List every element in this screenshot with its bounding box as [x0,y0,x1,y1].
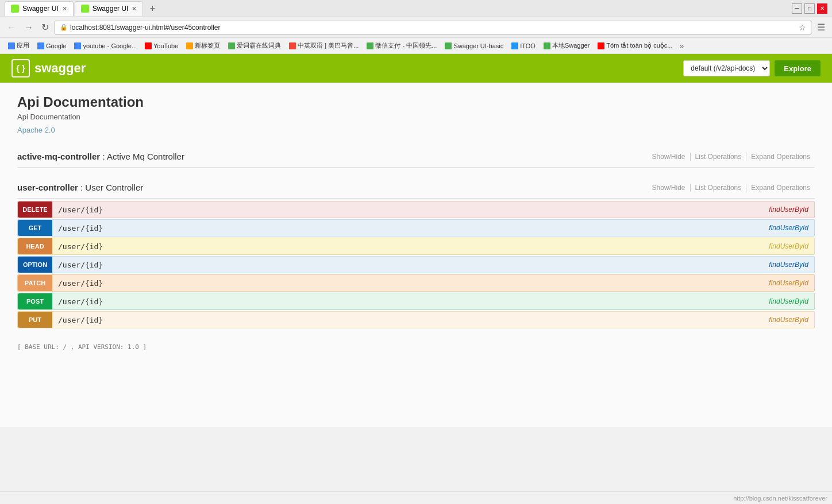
controller-active-mq-show-hide[interactable]: Show/Hide [648,153,691,161]
operation-delete[interactable]: DELETE /user/{id} findUserById [17,201,815,218]
bookmark-newtab[interactable]: 新标签页 [183,40,224,51]
tab-label-2: Swagger UI [93,5,129,13]
status-bar: http://blog.csdn.net/kisscatforever [0,491,832,504]
window-controls: ─ □ ✕ [792,3,827,14]
controller-active-mq-header: active-mq-controller : Active Mq Control… [17,146,815,168]
newtab-favicon [186,42,193,49]
blog-link: http://blog.csdn.net/kisscatforever [733,495,827,502]
controller-user-list-ops[interactable]: List Operations [691,184,747,192]
youtube-google-favicon [74,42,81,49]
url-bar[interactable]: 🔒 localhost:8081/swagger-ui.html#/user45… [55,21,811,34]
operation-put[interactable]: PUT /user/{id} findUserById [17,311,815,328]
controller-user-title: user-controller : User Controller [17,183,648,192]
menu-button[interactable]: ☰ [815,21,827,34]
apache-license-link[interactable]: Apache 2.0 [17,126,55,134]
page-subtitle: Api Documentation [17,113,815,121]
bookmark-aiciba[interactable]: 爱词霸在线词典 [225,40,284,51]
api-docs-select[interactable]: default (/v2/api-docs) [683,60,770,76]
bookmark-local-swagger-label: 本地Swagger [552,41,590,50]
tab-label-1: Swagger UI [22,5,59,13]
url-text: localhost:8081/swagger-ui.html#/user45co… [70,24,220,32]
operation-put-summary: findUserById [763,313,814,326]
back-button[interactable]: ← [5,21,18,34]
controller-user-show-hide[interactable]: Show/Hide [648,184,691,192]
bookmark-apps[interactable]: 应用 [5,40,33,51]
maximize-button[interactable]: □ [804,3,815,14]
url-actions: ☆ [799,23,806,32]
operation-options-path: /user/{id} [52,258,763,272]
method-badge-head: HEAD [18,238,52,254]
bookmarks-more-button[interactable]: » [677,41,686,51]
browser-window: Swagger UI ✕ Swagger UI ✕ + ─ □ ✕ ← → ↻ … [0,0,832,504]
forward-button[interactable]: → [22,21,36,34]
minimize-button[interactable]: ─ [792,3,802,14]
operation-patch-summary: findUserById [763,277,814,289]
method-badge-options: OPTION [18,257,52,273]
bookmark-zhongying[interactable]: 中英双语 | 美巴马音... [286,40,362,51]
bookmark-swagger-basic-label: Swagger UI-basic [453,42,503,49]
operation-delete-summary: findUserById [763,203,814,216]
page-title: Api Documentation [17,94,815,110]
controller-user: user-controller : User Controller Show/H… [17,177,815,328]
bookmark-tomtat-label: Tóm tắt toàn bộ cuộc... [606,42,672,49]
controller-active-mq: active-mq-controller : Active Mq Control… [17,146,815,168]
bookmark-itoo-label: ITOO [520,42,536,49]
zhongying-favicon [289,42,296,49]
bookmark-local-swagger[interactable]: 本地Swagger [540,40,593,51]
google-favicon [37,42,44,49]
swagger-logo-icon: { } [11,59,30,77]
operation-head-summary: findUserById [763,240,814,253]
operation-options[interactable]: OPTION /user/{id} findUserById [17,256,815,273]
bookmark-itoo[interactable]: ITOO [508,41,539,51]
bookmark-newtab-label: 新标签页 [195,41,220,50]
operation-post[interactable]: POST /user/{id} findUserById [17,293,815,310]
local-swagger-favicon [544,42,550,49]
bookmark-aiciba-label: 爱词霸在线词典 [237,41,281,50]
aiciba-favicon [228,42,235,49]
bookmark-youtube-google[interactable]: youtube - Google... [71,41,140,51]
controller-active-mq-sep: : Active Mq Controller [102,152,184,161]
operation-head[interactable]: HEAD /user/{id} findUserById [17,238,815,255]
tomtat-favicon [598,42,604,49]
bookmark-zhongying-label: 中英双语 | 美巴马音... [298,41,359,50]
controller-user-sep: : User Controller [80,183,143,192]
tab-1[interactable]: Swagger UI ✕ [5,1,74,16]
title-bar: Swagger UI ✕ Swagger UI ✕ + ─ □ ✕ [0,0,832,17]
controller-active-mq-list-ops[interactable]: List Operations [691,153,747,161]
operation-patch[interactable]: PATCH /user/{id} findUserById [17,274,815,292]
operations-list: DELETE /user/{id} findUserById GET /user… [17,201,815,328]
bookmark-swagger-basic[interactable]: Swagger UI-basic [441,41,507,51]
operation-delete-path: /user/{id} [52,203,763,216]
bookmark-wechat[interactable]: 微信支付 - 中国领先... [363,40,440,51]
explore-button[interactable]: Explore [775,60,821,76]
swagger-bracket-label: { } [17,64,25,73]
bookmarks-bar: 应用 Google youtube - Google... YouTube 新标… [0,38,832,54]
controller-user-expand-ops[interactable]: Expand Operations [746,184,815,192]
swagger-header: { } swagger default (/v2/api-docs) Explo… [0,54,832,83]
bookmark-youtube[interactable]: YouTube [141,41,182,51]
operation-get-summary: findUserById [763,222,814,234]
operation-get[interactable]: GET /user/{id} findUserById [17,219,815,237]
youtube-favicon [145,42,152,49]
operation-head-path: /user/{id} [52,240,763,253]
tab-close-1[interactable]: ✕ [62,5,67,13]
reload-button[interactable]: ↻ [39,21,51,34]
close-window-button[interactable]: ✕ [817,3,827,14]
itoo-favicon [511,42,518,49]
controller-active-mq-expand-ops[interactable]: Expand Operations [746,153,815,161]
tab-close-2[interactable]: ✕ [132,5,137,13]
new-tab-button[interactable]: + [144,1,160,16]
controller-user-actions: Show/Hide List Operations Expand Operati… [648,184,815,192]
tab-favicon-2 [81,5,89,13]
tab-2[interactable]: Swagger UI ✕ [75,1,144,16]
bookmark-tomtat[interactable]: Tóm tắt toàn bộ cuộc... [594,41,676,51]
method-badge-post: POST [18,293,52,309]
bookmark-youtube-google-label: youtube - Google... [83,42,137,49]
bookmark-star-icon[interactable]: ☆ [799,23,806,32]
bookmark-google[interactable]: Google [34,41,70,51]
swagger-basic-favicon [445,42,452,49]
method-badge-delete: DELETE [18,201,52,218]
swagger-logo-text: swagger [34,61,86,76]
controller-user-header: user-controller : User Controller Show/H… [17,177,815,199]
swagger-logo: { } swagger [11,59,86,77]
